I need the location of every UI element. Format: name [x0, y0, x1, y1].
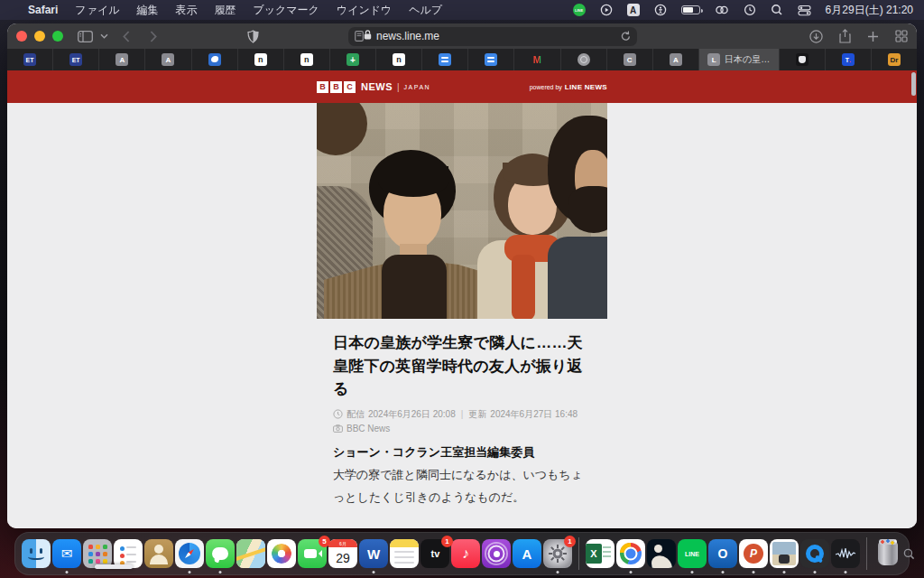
active-tab-title: 日本の皇… [725, 53, 770, 66]
tab-active-line-news[interactable]: L 日本の皇… [699, 49, 780, 70]
apple-tv-app[interactable]: 1tv [420, 539, 449, 568]
new-tab-icon[interactable] [867, 31, 879, 42]
word-app[interactable]: W [359, 539, 388, 568]
waveform-app[interactable] [831, 539, 860, 568]
article-headline: 日本の皇族が学生寮で隣人に……天皇陛下の英留学時代の友人が振り返る [333, 331, 591, 401]
trash[interactable] [873, 539, 902, 568]
photos-app[interactable] [267, 539, 296, 568]
page-settings-icon[interactable] [355, 31, 364, 42]
tv-badge: 1 [441, 536, 453, 547]
sidebar-icon[interactable] [78, 31, 93, 42]
podcasts-app[interactable] [482, 539, 511, 568]
back-icon[interactable] [123, 31, 130, 42]
menu-item-bookmarks[interactable]: ブックマーク [253, 3, 319, 18]
tab-a-2[interactable]: A [145, 49, 191, 70]
tab-note-3[interactable]: n [376, 49, 422, 70]
calendar-month: 6月 [328, 539, 357, 547]
browser-toolbar: news.line.me [7, 23, 917, 49]
tab-a-3[interactable]: A [653, 49, 699, 70]
menubar-clock[interactable]: 6月29日(土) 21:20 [826, 3, 913, 18]
line-app[interactable]: LINE [678, 539, 707, 568]
spotlight-icon[interactable] [771, 4, 783, 16]
music-app[interactable]: ♪ [451, 539, 480, 568]
system-settings-app[interactable]: 1 [543, 539, 572, 568]
address-bar[interactable]: news.line.me [348, 27, 637, 46]
safari-app[interactable] [175, 539, 204, 568]
tab-gmail[interactable]: M [514, 49, 560, 70]
menu-item-file[interactable]: ファイル [75, 3, 119, 18]
privacy-shield-icon[interactable] [247, 30, 259, 43]
page-scrollbar[interactable] [911, 72, 916, 96]
reload-icon[interactable] [621, 31, 631, 42]
photo-preview-item[interactable] [770, 539, 799, 568]
menu-item-history[interactable]: 履歴 [214, 3, 236, 18]
powered-by-line-news[interactable]: powered by LINE NEWS [530, 83, 607, 91]
battery-icon[interactable] [681, 5, 700, 14]
tab-note-1[interactable]: n [238, 49, 284, 70]
forward-icon[interactable] [150, 31, 157, 42]
calendar-day: 29 [336, 547, 350, 568]
minimize-window-button[interactable] [34, 31, 45, 42]
tab-dr[interactable]: Dr [872, 49, 917, 70]
powerpoint-app[interactable]: P [739, 539, 768, 568]
menu-item-view[interactable]: 表示 [175, 3, 197, 18]
screen-record-icon[interactable] [600, 4, 613, 16]
tab-et-2[interactable]: ET [53, 49, 99, 70]
dark-app-favicon [796, 53, 808, 66]
blue-list-favicon [439, 53, 451, 66]
tab-a-1[interactable]: A [99, 49, 145, 70]
bbc-region-label: JAPAN [404, 84, 431, 90]
tab-dark-app[interactable] [780, 49, 826, 70]
sidebar-chevron-down-icon[interactable] [100, 33, 108, 39]
mail-app[interactable]: ✉ [52, 539, 81, 568]
calendar-app[interactable]: 6月29 [328, 539, 357, 568]
control-center-icon[interactable] [798, 5, 811, 16]
tab-coin[interactable] [561, 49, 607, 70]
line-icon[interactable]: LINE [573, 4, 586, 16]
desktop-search-icon[interactable] [903, 547, 915, 564]
menu-item-help[interactable]: ヘルプ [409, 3, 442, 18]
chrome-app[interactable] [616, 539, 645, 568]
tab-list-2[interactable] [468, 49, 514, 70]
handoff-icon[interactable] [715, 5, 729, 15]
dock-progress-bar [95, 564, 133, 569]
address-url: news.line.me [376, 30, 439, 42]
menu-item-edit[interactable]: 編集 [136, 3, 158, 18]
page-content: B B C NEWS | JAPAN powered by LINE NEWS [7, 70, 917, 528]
facetime-app[interactable]: 5 [298, 539, 327, 568]
kindle-app[interactable] [647, 539, 676, 568]
zoom-window-button[interactable] [52, 31, 63, 42]
input-source-icon[interactable]: A [627, 4, 640, 16]
tab-note-2[interactable]: n [284, 49, 330, 70]
maps-app[interactable] [236, 539, 265, 568]
tab-blue-t[interactable]: T. [826, 49, 872, 70]
quicktime-app[interactable] [800, 539, 829, 568]
article-author: ショーン・コクラン王室担当編集委員 [333, 444, 591, 461]
tab-overview-icon[interactable] [895, 30, 908, 42]
tab-list-1[interactable] [422, 49, 468, 70]
contacts-app[interactable] [144, 539, 173, 568]
outlook-app[interactable]: O [708, 539, 737, 568]
share-icon[interactable] [839, 29, 851, 43]
tab-green-plus[interactable]: + [330, 49, 376, 70]
bbc-logo[interactable]: B B C [317, 81, 356, 93]
time-machine-icon[interactable] [744, 4, 756, 16]
tab-et-1[interactable]: ET [7, 49, 53, 70]
dr-favicon: Dr [888, 53, 901, 66]
menu-app-name[interactable]: Safari [28, 4, 58, 16]
close-window-button[interactable] [16, 31, 27, 42]
downloads-icon[interactable] [809, 30, 823, 43]
article-hero-photo [317, 103, 607, 319]
letter-a-favicon: A [670, 53, 682, 66]
safari-window: news.line.me ET ET A A [7, 23, 917, 528]
tab-c[interactable]: C [607, 49, 653, 70]
accessibility-icon[interactable] [654, 4, 667, 16]
tab-bird[interactable] [192, 49, 238, 70]
menu-item-window[interactable]: ウインドウ [337, 3, 392, 18]
messages-app[interactable] [206, 539, 235, 568]
finder-app[interactable] [22, 539, 51, 568]
app-store-app[interactable]: A [513, 539, 541, 568]
note-favicon: n [254, 53, 267, 66]
excel-app[interactable]: X [586, 539, 614, 568]
notes-app[interactable] [390, 539, 419, 568]
